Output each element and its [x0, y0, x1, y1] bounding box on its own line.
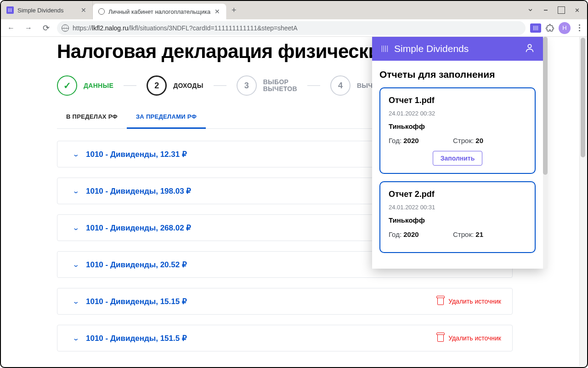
simple-dividends-logo-icon: [380, 44, 390, 53]
browser-tabstrip: Simple Dividends ✕ Личный кабинет налого…: [1, 1, 587, 19]
chevron-down-icon: ⌄: [72, 334, 80, 342]
favicon-simple-dividends-icon: [6, 6, 14, 14]
tab-title: Личный кабинет налогоплательщика: [108, 8, 210, 15]
report-card[interactable]: Отчет 1.pdf24.01.2022 00:32ТинькоффГод: …: [379, 87, 536, 174]
extensions-icon[interactable]: [546, 24, 554, 32]
income-row[interactable]: ⌄1010 - Дивиденды, 151.5 ₽Удалить источн…: [57, 325, 513, 351]
extension-header: Simple Dividends: [372, 37, 543, 61]
delete-source-button[interactable]: Удалить источник: [437, 334, 501, 342]
trash-icon: [437, 334, 444, 342]
report-broker: Тинькофф: [389, 216, 526, 224]
report-broker: Тинькофф: [389, 122, 526, 130]
favicon-nalog-icon: [98, 8, 105, 15]
page-scrollbar[interactable]: [579, 37, 586, 366]
minimize-icon[interactable]: [542, 6, 549, 14]
check-icon: [57, 75, 77, 96]
url-text: https://lkfl2.nalog.ru/lkfl/situations/3…: [73, 24, 298, 32]
chevron-down-icon[interactable]: [526, 6, 534, 14]
browser-tab[interactable]: Simple Dividends ✕: [1, 1, 93, 19]
profile-avatar[interactable]: Н: [559, 22, 571, 34]
forward-button[interactable]: [22, 22, 35, 34]
income-row-title: 1010 - Дивиденды, 12.31 ₽: [86, 150, 187, 159]
income-row-title: 1010 - Дивиденды, 15.15 ₽: [86, 297, 187, 306]
panel-scrollbar[interactable]: [543, 37, 548, 269]
kebab-menu-icon[interactable]: [575, 24, 583, 31]
report-date: 24.01.2022 00:32: [389, 110, 526, 117]
back-button[interactable]: [5, 22, 17, 34]
chevron-down-icon: ⌄: [72, 261, 80, 268]
close-icon[interactable]: ✕: [214, 8, 220, 15]
new-tab-button[interactable]: +: [226, 1, 241, 19]
svg-point-0: [528, 44, 531, 47]
income-row-title: 1010 - Дивиденды, 20.52 ₽: [86, 260, 187, 270]
tab-within-rf[interactable]: В ПРЕДЕЛАХ РФ: [57, 106, 127, 128]
browser-toolbar: https://lkfl2.nalog.ru/lkfl/situations/3…: [1, 19, 587, 37]
fill-button[interactable]: Заполнить: [433, 151, 483, 166]
income-row-title: 1010 - Дивиденды, 198.03 ₽: [86, 186, 191, 196]
step-deduction-choice[interactable]: 3 ВЫБОРВЫЧЕТОВ: [237, 75, 297, 96]
window-close-icon[interactable]: [573, 6, 581, 14]
chevron-down-icon: ⌄: [72, 298, 80, 305]
report-card[interactable]: Отчет 2.pdf24.01.2022 00:31ТинькоффГод: …: [379, 181, 536, 253]
step-income[interactable]: 2 ДОХОДЫ: [147, 75, 204, 96]
report-date: 24.01.2022 00:31: [389, 204, 526, 211]
chevron-down-icon: ⌄: [72, 187, 80, 195]
income-row[interactable]: ⌄1010 - Дивиденды, 15.15 ₽Удалить источн…: [57, 288, 513, 315]
address-bar[interactable]: https://lkfl2.nalog.ru/lkfl/situations/3…: [57, 21, 526, 35]
tab-title: Simple Dividends: [17, 7, 77, 14]
income-row-title: 1010 - Дивиденды, 151.5 ₽: [86, 334, 187, 343]
reload-button[interactable]: [40, 22, 52, 34]
browser-tab-active[interactable]: Личный кабинет налогоплательщика ✕: [93, 4, 226, 19]
step-data[interactable]: ДАННЫЕ: [57, 75, 113, 96]
maximize-icon[interactable]: [558, 6, 565, 14]
panel-heading: Отчеты для заполнения: [379, 69, 536, 80]
globe-icon: [62, 24, 69, 32]
income-row-title: 1010 - Дивиденды, 268.02 ₽: [86, 223, 191, 233]
extension-brand: Simple Dividends: [394, 43, 469, 54]
user-icon[interactable]: [525, 43, 535, 55]
chevron-down-icon: ⌄: [72, 150, 80, 158]
report-name: Отчет 1.pdf: [389, 96, 526, 105]
chevron-down-icon: ⌄: [72, 224, 80, 231]
extension-simple-dividends-icon[interactable]: [530, 23, 541, 33]
window-controls: [520, 1, 587, 19]
report-name: Отчет 2.pdf: [389, 190, 526, 199]
tab-outside-rf[interactable]: ЗА ПРЕДЕЛАМИ РФ: [127, 106, 206, 129]
trash-icon: [437, 298, 444, 305]
delete-source-button[interactable]: Удалить источник: [437, 298, 501, 305]
extension-panel: Simple Dividends Отчеты для заполнения О…: [372, 37, 543, 269]
close-icon[interactable]: ✕: [80, 7, 87, 13]
